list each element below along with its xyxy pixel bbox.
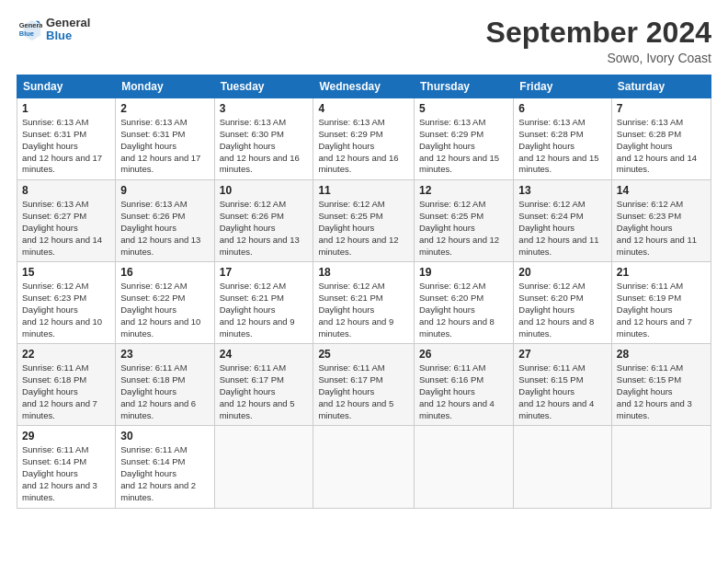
calendar-cell: 4 Sunrise: 6:13 AM Sunset: 6:29 PM Dayli… xyxy=(313,98,415,180)
calendar-cell: 7 Sunrise: 6:13 AM Sunset: 6:28 PM Dayli… xyxy=(611,98,711,180)
day-number: 4 xyxy=(318,102,409,115)
calendar-cell: 22 Sunrise: 6:11 AM Sunset: 6:18 PM Dayl… xyxy=(17,344,116,426)
day-number: 16 xyxy=(120,266,209,279)
calendar-cell: 29 Sunrise: 6:11 AM Sunset: 6:14 PM Dayl… xyxy=(17,426,116,508)
day-of-week-header: Tuesday xyxy=(214,75,313,98)
calendar-cell: 27 Sunrise: 6:11 AM Sunset: 6:15 PM Dayl… xyxy=(514,344,612,426)
day-number: 21 xyxy=(617,266,706,279)
calendar-cell: 9 Sunrise: 6:13 AM Sunset: 6:26 PM Dayli… xyxy=(116,180,214,262)
day-number: 20 xyxy=(518,266,607,279)
day-info: Sunrise: 6:11 AM Sunset: 6:18 PM Dayligh… xyxy=(120,362,209,421)
day-number: 3 xyxy=(220,102,309,115)
day-info: Sunrise: 6:11 AM Sunset: 6:15 PM Dayligh… xyxy=(617,362,706,421)
calendar-cell: 1 Sunrise: 6:13 AM Sunset: 6:31 PM Dayli… xyxy=(17,98,116,180)
calendar-cell: 13 Sunrise: 6:12 AM Sunset: 6:24 PM Dayl… xyxy=(514,180,612,262)
day-number: 13 xyxy=(518,184,607,197)
calendar-cell: 18 Sunrise: 6:12 AM Sunset: 6:21 PM Dayl… xyxy=(313,262,415,344)
calendar-cell: 6 Sunrise: 6:13 AM Sunset: 6:28 PM Dayli… xyxy=(514,98,612,180)
day-of-week-header: Sunday xyxy=(17,75,116,98)
day-info: Sunrise: 6:13 AM Sunset: 6:31 PM Dayligh… xyxy=(120,117,209,176)
day-number: 9 xyxy=(120,184,209,197)
day-info: Sunrise: 6:12 AM Sunset: 6:21 PM Dayligh… xyxy=(220,281,309,339)
day-number: 28 xyxy=(617,348,706,361)
calendar-cell: 17 Sunrise: 6:12 AM Sunset: 6:21 PM Dayl… xyxy=(214,262,313,344)
day-number: 12 xyxy=(419,184,508,197)
day-info: Sunrise: 6:11 AM Sunset: 6:17 PM Dayligh… xyxy=(220,362,309,421)
day-number: 10 xyxy=(220,184,309,197)
day-info: Sunrise: 6:11 AM Sunset: 6:16 PM Dayligh… xyxy=(419,362,508,421)
calendar-cell xyxy=(214,426,313,508)
day-info: Sunrise: 6:12 AM Sunset: 6:23 PM Dayligh… xyxy=(22,281,110,339)
logo-icon: General Blue xyxy=(17,17,42,42)
calendar-cell: 11 Sunrise: 6:12 AM Sunset: 6:25 PM Dayl… xyxy=(313,180,415,262)
calendar-cell: 16 Sunrise: 6:12 AM Sunset: 6:22 PM Dayl… xyxy=(116,262,214,344)
calendar-cell: 3 Sunrise: 6:13 AM Sunset: 6:30 PM Dayli… xyxy=(214,98,313,180)
title-area: September 2024 Sowo, Ivory Coast xyxy=(486,17,711,65)
day-info: Sunrise: 6:12 AM Sunset: 6:26 PM Dayligh… xyxy=(220,199,309,258)
day-number: 25 xyxy=(318,348,409,361)
calendar-table: SundayMondayTuesdayWednesdayThursdayFrid… xyxy=(17,75,711,508)
day-number: 15 xyxy=(22,266,110,279)
page-header: General Blue General Blue September 2024… xyxy=(17,17,711,65)
day-info: Sunrise: 6:12 AM Sunset: 6:23 PM Dayligh… xyxy=(617,199,706,258)
day-number: 18 xyxy=(318,266,409,279)
day-number: 19 xyxy=(419,266,508,279)
day-number: 1 xyxy=(22,102,110,115)
location: Sowo, Ivory Coast xyxy=(486,51,711,65)
day-number: 6 xyxy=(518,102,607,115)
calendar-cell xyxy=(514,426,612,508)
day-number: 17 xyxy=(220,266,309,279)
day-number: 5 xyxy=(419,102,508,115)
day-info: Sunrise: 6:13 AM Sunset: 6:30 PM Dayligh… xyxy=(220,117,309,176)
day-number: 2 xyxy=(120,102,209,115)
calendar-cell: 10 Sunrise: 6:12 AM Sunset: 6:26 PM Dayl… xyxy=(214,180,313,262)
day-info: Sunrise: 6:11 AM Sunset: 6:15 PM Dayligh… xyxy=(518,362,607,421)
day-number: 8 xyxy=(22,184,110,197)
day-number: 23 xyxy=(120,348,209,361)
day-info: Sunrise: 6:12 AM Sunset: 6:20 PM Dayligh… xyxy=(419,281,508,339)
calendar-cell: 20 Sunrise: 6:12 AM Sunset: 6:20 PM Dayl… xyxy=(514,262,612,344)
day-info: Sunrise: 6:13 AM Sunset: 6:28 PM Dayligh… xyxy=(518,117,607,176)
day-info: Sunrise: 6:13 AM Sunset: 6:28 PM Dayligh… xyxy=(617,117,706,176)
day-number: 30 xyxy=(120,430,209,442)
day-info: Sunrise: 6:13 AM Sunset: 6:31 PM Dayligh… xyxy=(22,117,110,176)
day-info: Sunrise: 6:11 AM Sunset: 6:14 PM Dayligh… xyxy=(120,444,209,503)
day-info: Sunrise: 6:13 AM Sunset: 6:29 PM Dayligh… xyxy=(419,117,508,176)
day-info: Sunrise: 6:13 AM Sunset: 6:26 PM Dayligh… xyxy=(120,199,209,258)
day-number: 26 xyxy=(419,348,508,361)
calendar-cell xyxy=(611,426,711,508)
calendar-cell: 25 Sunrise: 6:11 AM Sunset: 6:17 PM Dayl… xyxy=(313,344,415,426)
day-number: 14 xyxy=(617,184,706,197)
calendar-cell: 8 Sunrise: 6:13 AM Sunset: 6:27 PM Dayli… xyxy=(17,180,116,262)
day-info: Sunrise: 6:12 AM Sunset: 6:21 PM Dayligh… xyxy=(318,281,409,339)
calendar-cell: 15 Sunrise: 6:12 AM Sunset: 6:23 PM Dayl… xyxy=(17,262,116,344)
calendar-cell: 14 Sunrise: 6:12 AM Sunset: 6:23 PM Dayl… xyxy=(611,180,711,262)
calendar-cell: 23 Sunrise: 6:11 AM Sunset: 6:18 PM Dayl… xyxy=(116,344,214,426)
day-of-week-header: Thursday xyxy=(415,75,514,98)
svg-text:Blue: Blue xyxy=(19,30,34,39)
day-info: Sunrise: 6:12 AM Sunset: 6:22 PM Dayligh… xyxy=(120,281,209,339)
day-info: Sunrise: 6:12 AM Sunset: 6:20 PM Dayligh… xyxy=(518,281,607,339)
calendar-cell: 5 Sunrise: 6:13 AM Sunset: 6:29 PM Dayli… xyxy=(415,98,514,180)
calendar-cell xyxy=(313,426,415,508)
day-of-week-header: Saturday xyxy=(611,75,711,98)
day-info: Sunrise: 6:11 AM Sunset: 6:17 PM Dayligh… xyxy=(318,362,409,421)
calendar-cell: 30 Sunrise: 6:11 AM Sunset: 6:14 PM Dayl… xyxy=(116,426,214,508)
calendar-cell: 12 Sunrise: 6:12 AM Sunset: 6:25 PM Dayl… xyxy=(415,180,514,262)
day-of-week-header: Wednesday xyxy=(313,75,415,98)
day-info: Sunrise: 6:12 AM Sunset: 6:24 PM Dayligh… xyxy=(518,199,607,258)
logo-general: General xyxy=(46,17,90,29)
day-info: Sunrise: 6:12 AM Sunset: 6:25 PM Dayligh… xyxy=(318,199,409,258)
day-number: 24 xyxy=(220,348,309,361)
calendar-cell: 19 Sunrise: 6:12 AM Sunset: 6:20 PM Dayl… xyxy=(415,262,514,344)
day-number: 29 xyxy=(22,430,110,442)
day-number: 11 xyxy=(318,184,409,197)
day-of-week-header: Monday xyxy=(116,75,214,98)
day-of-week-header: Friday xyxy=(514,75,612,98)
day-info: Sunrise: 6:12 AM Sunset: 6:25 PM Dayligh… xyxy=(419,199,508,258)
logo-blue: Blue xyxy=(46,29,90,42)
day-info: Sunrise: 6:13 AM Sunset: 6:27 PM Dayligh… xyxy=(22,199,110,258)
day-info: Sunrise: 6:11 AM Sunset: 6:18 PM Dayligh… xyxy=(22,362,110,421)
calendar-cell: 26 Sunrise: 6:11 AM Sunset: 6:16 PM Dayl… xyxy=(415,344,514,426)
day-info: Sunrise: 6:13 AM Sunset: 6:29 PM Dayligh… xyxy=(318,117,409,176)
